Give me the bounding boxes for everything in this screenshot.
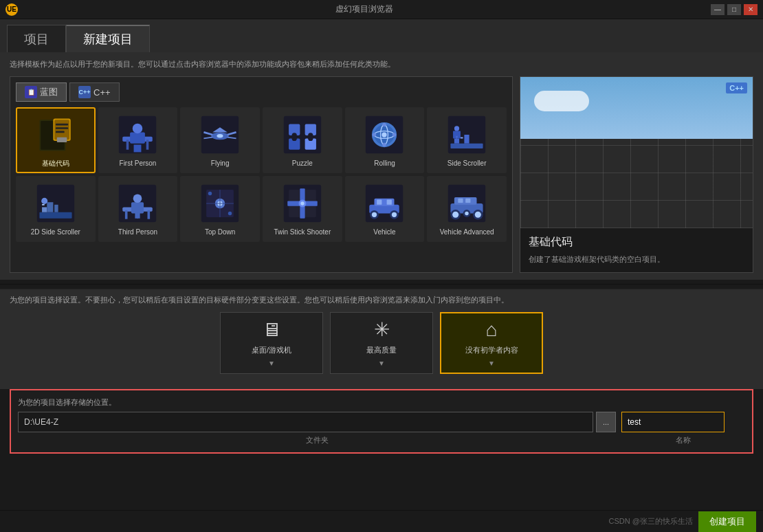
desktop-arrow: ▼ (268, 359, 275, 367)
folder-browse-button[interactable]: ... (596, 412, 616, 432)
svg-rect-54 (42, 207, 47, 212)
settings-buttons: 🖥 桌面/游戏机 ▼ ✳ 最高质量 ▼ ⌂ 没有初学者内容 ▼ (10, 312, 753, 374)
rolling-icon (362, 113, 406, 157)
twin-stick-icon (280, 181, 324, 225)
maximize-button[interactable]: □ (727, 4, 741, 15)
side-scroller-icon (445, 113, 489, 157)
svg-rect-92 (387, 200, 392, 205)
template-puzzle[interactable]: Puzzle (263, 107, 342, 173)
blueprint-icon: 📋 (25, 86, 37, 98)
name-group: 名称 (621, 412, 745, 445)
svg-point-32 (291, 136, 296, 141)
no-starter-icon: ⌂ (486, 319, 498, 341)
svg-rect-58 (42, 204, 45, 206)
settings-desktop-btn[interactable]: 🖥 桌面/游戏机 ▼ (220, 312, 323, 374)
preview-image-area: C++ (520, 77, 753, 228)
template-side-scroller[interactable]: Side Scroller (427, 107, 507, 173)
svg-rect-48 (461, 137, 463, 139)
template-vehicle-adv[interactable]: Vehicle Advanced (427, 176, 507, 242)
first-person-label: First Person (120, 159, 157, 168)
twin-stick-label: Twin Stick Shooter (274, 228, 331, 236)
folder-group: D:\UE4-Z ... 文件夹 (18, 412, 616, 445)
svg-point-83 (300, 201, 304, 205)
template-third-person[interactable]: Third Person (98, 176, 178, 242)
lang-tabs: 📋 蓝图 C++ C++ (16, 82, 507, 102)
template-vehicle[interactable]: Vehicle (345, 176, 425, 242)
svg-point-88 (372, 212, 377, 217)
titlebar: UE 虚幻项目浏览器 — □ ✕ (0, 0, 763, 19)
svg-rect-103 (465, 199, 470, 203)
svg-point-75 (228, 212, 232, 215)
settings-section: 为您的项目选择设置。不要担心，您可以稍后在项目设置的目标硬件部分变更这些设置。您… (0, 289, 763, 389)
template-twin-stick[interactable]: Twin Stick Shooter (263, 176, 342, 242)
template-basic[interactable]: 基础代码 (16, 107, 96, 173)
svg-rect-4 (56, 124, 68, 126)
no-starter-arrow: ▼ (488, 359, 495, 367)
create-project-button[interactable]: 创建项目 (698, 511, 756, 532)
cpp-icon: C++ (78, 86, 91, 98)
template-2d-side[interactable]: 2D Side Scroller (16, 176, 96, 242)
svg-rect-53 (39, 212, 71, 219)
svg-point-74 (208, 192, 212, 195)
svg-point-20 (217, 134, 223, 137)
settings-description: 为您的项目选择设置。不要担心，您可以稍后在项目设置的目标硬件部分变更这些设置。您… (10, 295, 753, 305)
svg-rect-80 (287, 201, 300, 206)
settings-quality-btn[interactable]: ✳ 最高质量 ▼ (330, 312, 433, 374)
template-first-person[interactable]: First Person (98, 107, 178, 173)
tab-new-project[interactable]: 新建项目 (66, 25, 150, 52)
svg-point-43 (392, 133, 396, 136)
svg-rect-79 (300, 206, 305, 219)
template-flying[interactable]: Flying (180, 107, 260, 173)
credit-text: CSDN @张三的快乐生活 (609, 516, 693, 527)
template-rolling[interactable]: Rolling (345, 107, 425, 173)
vehicle-icon (362, 181, 406, 225)
lang-tab-cpp[interactable]: C++ C++ (69, 82, 120, 102)
desktop-label: 桌面/游戏机 (252, 345, 291, 355)
puzzle-label: Puzzle (292, 159, 313, 168)
svg-rect-11 (131, 132, 146, 143)
folder-input-row: D:\UE4-Z ... (18, 412, 616, 432)
close-button[interactable]: ✕ (744, 4, 758, 15)
svg-point-99 (475, 212, 481, 218)
template-preview: C++ 基础代码 创建了基础游戏框架代码类的空白项目。 (520, 76, 753, 273)
vehicle-adv-label: Vehicle Advanced (440, 228, 494, 236)
svg-point-101 (465, 212, 468, 215)
name-label: 名称 (676, 435, 691, 445)
svg-rect-55 (54, 205, 58, 212)
top-down-icon (198, 181, 242, 225)
puzzle-icon (280, 113, 324, 157)
template-top-down[interactable]: Top Down (180, 176, 260, 242)
path-section: 为您的项目选择存储的位置。 D:\UE4-Z ... 文件夹 名称 (10, 389, 753, 454)
svg-rect-56 (47, 202, 53, 212)
svg-point-40 (383, 123, 386, 126)
svg-rect-78 (300, 188, 305, 201)
svg-point-39 (382, 132, 387, 137)
flying-label: Flying (211, 159, 230, 168)
desktop-icon: 🖥 (262, 318, 281, 341)
quality-label: 最高质量 (366, 345, 397, 355)
path-area: D:\UE4-Z ... 文件夹 名称 (18, 412, 745, 445)
svg-rect-16 (146, 140, 149, 150)
tab-projects[interactable]: 项目 (7, 25, 66, 52)
third-person-label: Third Person (118, 228, 157, 236)
preview-title: 基础代码 (529, 235, 744, 250)
path-description: 为您的项目选择存储的位置。 (18, 397, 745, 408)
preview-cpp-badge: C++ (726, 82, 747, 93)
vehicle-adv-icon (445, 181, 489, 225)
vehicle-label: Vehicle (373, 228, 395, 236)
svg-rect-81 (305, 201, 317, 206)
quality-arrow: ▼ (378, 359, 385, 367)
project-name-input[interactable] (621, 412, 725, 432)
minimize-button[interactable]: — (711, 4, 725, 15)
svg-rect-67 (148, 210, 151, 219)
flying-icon (198, 113, 242, 157)
svg-rect-47 (465, 135, 469, 144)
svg-rect-73 (206, 203, 234, 204)
template-description: 选择模板作为起点以用于您的新项目。您可以通过点击内容浏览器中的添加功能或内容包来… (10, 59, 753, 69)
preview-description: 创建了基础游戏框架代码类的空白项目。 (529, 254, 744, 265)
settings-no-starter-btn[interactable]: ⌂ 没有初学者内容 ▼ (440, 312, 543, 374)
svg-rect-6 (56, 131, 65, 133)
preview-grid (520, 139, 753, 228)
svg-rect-66 (125, 210, 128, 219)
lang-tab-blueprint[interactable]: 📋 蓝图 (16, 82, 67, 102)
